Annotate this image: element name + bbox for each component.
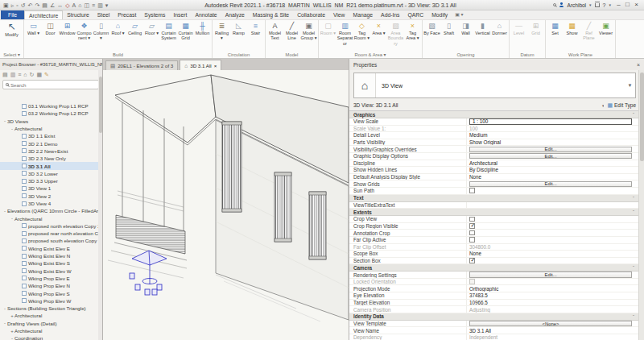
door-button[interactable]: ◫Door xyxy=(42,20,59,35)
tree-item-3d-view-2[interactable]: 3D View 2 xyxy=(0,193,98,200)
roof-button[interactable]: ⌂Roof ▾ xyxy=(109,20,126,35)
tree-category-drafting-views-detail[interactable]: -Drafting Views (Detail) xyxy=(0,320,98,327)
ribbon-tab-precast[interactable]: Precast xyxy=(114,10,140,19)
sync-icon[interactable]: ↺ xyxy=(21,2,26,9)
section-icon[interactable]: ◫ xyxy=(84,2,89,9)
model-line-button[interactable]: ╱Model Line xyxy=(283,20,300,41)
property-value[interactable] xyxy=(467,202,638,209)
view-tab-3d-3-1-all[interactable]: ⌂3D 3.1 All× xyxy=(180,60,221,70)
wall-button[interactable]: ▭Wall ▾ xyxy=(25,20,42,35)
ribbon-tab-collaborate[interactable]: Collaborate xyxy=(293,10,329,19)
stair-button[interactable]: ≡Stair xyxy=(247,20,264,35)
section-header-extents[interactable]: Extentsˆ xyxy=(349,209,638,216)
vertical-button[interactable]: ▮Vertical xyxy=(474,20,491,35)
room-separator-button[interactable]: ▥Room Separator xyxy=(336,20,353,46)
property-value[interactable]: Medium xyxy=(467,132,638,139)
by-face-button[interactable]: ▧By Face xyxy=(423,20,440,35)
tree-item-wking-exist-elev-s[interactable]: Wking Exist Elev S xyxy=(0,259,98,267)
tree-item-wking-exist-elev-w[interactable]: Wking Exist Elev W xyxy=(0,267,98,275)
project-browser-search[interactable] xyxy=(2,80,99,89)
redo-icon[interactable]: ↷ xyxy=(35,2,39,9)
ribbon-tab-structure[interactable]: Structure xyxy=(63,10,93,19)
tree-category-elevations-qarc-10mm-circle-filledarrow-detail[interactable]: -Elevations (QARC 10mm Circle - FilledAr… xyxy=(0,207,98,214)
tree-item-3d-3-1-all[interactable]: 3D 3.1 All xyxy=(0,162,98,169)
app-button-icon[interactable]: ▣ xyxy=(3,2,9,9)
ribbon-tab-view[interactable]: View xyxy=(329,10,349,19)
model-text-button[interactable]: AModel Text xyxy=(266,20,283,41)
ceiling-button[interactable]: ▱Ceiling xyxy=(126,20,143,35)
shaft-button[interactable]: ▯Shaft xyxy=(440,20,457,35)
ribbon-tab-systems[interactable]: Systems xyxy=(140,10,169,19)
tree-item-03-2-working-prop-l2-rcp[interactable]: 03.2 Working Prop L2 RCP xyxy=(0,110,98,117)
property-value[interactable]: 304800.0 xyxy=(467,244,638,251)
browser-scrollbar[interactable] xyxy=(98,70,102,340)
restore-button[interactable]: □ xyxy=(623,1,632,9)
modify-button[interactable]: ↖Modify xyxy=(1,20,23,37)
ribbon-tab-annotate[interactable]: Annotate xyxy=(191,10,221,19)
user-menu-caret-icon[interactable]: ▾ xyxy=(589,2,592,7)
section-collapse-icon[interactable]: ˆ xyxy=(633,314,634,319)
properties-scrollbar[interactable] xyxy=(638,70,644,340)
chevron-down-icon[interactable]: ▼ xyxy=(625,73,635,97)
measure-icon[interactable]: ∠ xyxy=(50,2,55,9)
mullion-button[interactable]: ╫Mullion xyxy=(194,20,211,35)
tree-category-sections-building-section-triangle[interactable]: -Sections (Building Section Triangle) xyxy=(0,305,98,312)
sun-path-checkbox[interactable] xyxy=(469,188,475,193)
close-button[interactable]: × xyxy=(632,1,641,9)
tree-item-3d-3-2-lower[interactable]: 3D 3.2 Lower xyxy=(0,170,98,177)
ribbon-tab-modify[interactable]: Modify xyxy=(427,10,452,19)
help-button[interactable]: ? xyxy=(603,2,606,8)
user-avatar-icon[interactable] xyxy=(559,2,564,7)
curtain-grid-button[interactable]: ▦Curtain Grid xyxy=(177,20,194,41)
property-value[interactable]: Independent xyxy=(467,334,638,340)
tree-item-wking-prop-elev-n[interactable]: Wking Prop Elev N xyxy=(0,282,98,289)
dormer-button[interactable]: ⌂Dormer xyxy=(491,20,508,35)
switch-windows-icon[interactable]: ▥ xyxy=(97,2,103,9)
search-input[interactable] xyxy=(10,82,96,88)
property-value[interactable]: By Discipline xyxy=(467,167,638,173)
property-value[interactable]: 37483.5 xyxy=(467,292,638,299)
curtain-system-button[interactable]: ▤Curtain System xyxy=(160,20,177,41)
set-button[interactable]: ▦Set xyxy=(547,20,564,35)
crop-region-visible-checkbox[interactable] xyxy=(469,223,475,229)
tree-item-wking-exist-elev-e[interactable]: Wking Exist Elev E xyxy=(0,245,98,252)
tag-area-button[interactable]: ×Tag Area ▾ xyxy=(404,20,421,41)
ribbon-tab-file[interactable]: File xyxy=(1,10,24,19)
property-value[interactable]: Adjusting xyxy=(467,306,638,313)
edit-type-button[interactable]: ▦ Edit Type xyxy=(607,102,636,109)
tree-category-architectural[interactable]: -Architectural xyxy=(0,214,98,222)
help-menu-caret-icon[interactable]: ▾ xyxy=(609,2,611,7)
tree-item-3d-2-2-new-exist[interactable]: 3D 2.2 New+Exist xyxy=(0,147,98,155)
edit-pencil-icon[interactable]: ✎ xyxy=(44,72,49,78)
section-box-checkbox[interactable] xyxy=(469,258,475,263)
tree-item-wking-prop-elev-w[interactable]: Wking Prop Elev W xyxy=(0,297,98,305)
tree-item-proposed-south-elevation-copy-1[interactable]: proposed south elevation Copy 1 xyxy=(0,237,98,244)
close-icon[interactable]: × xyxy=(214,63,217,68)
type-selector[interactable]: ⌂ 3D View ▼ xyxy=(353,73,636,98)
viewer-button[interactable]: ▣Viewer xyxy=(597,20,614,35)
ribbon-tab-steel[interactable]: Steel xyxy=(93,10,114,19)
tree-item-3d-2-3-new-only[interactable]: 3D 2.3 New Only xyxy=(0,155,98,162)
tree-item-3d-3-3-upper[interactable]: 3D 3.3 Upper xyxy=(0,177,98,185)
section-header-camera[interactable]: Cameraˆ xyxy=(349,264,638,272)
app-store-icon[interactable] xyxy=(595,3,600,7)
property-value[interactable]: 100 xyxy=(467,126,638,132)
ribbon-tab-massing-site[interactable]: Massing & Site xyxy=(249,10,293,19)
show-grids-button[interactable]: Edit... xyxy=(469,181,632,187)
section-collapse-icon[interactable]: ˆ xyxy=(633,209,634,214)
graphic-display-options-button[interactable]: Edit... xyxy=(469,153,632,159)
ribbon-tab-add-ins[interactable]: Add-Ins xyxy=(377,10,403,19)
aligned-dimension-icon[interactable]: ↔ xyxy=(57,2,63,9)
wall-button[interactable]: ◨Wall xyxy=(457,20,474,35)
save-icon[interactable]: ▫ xyxy=(16,2,18,9)
floor-button[interactable]: ▱Floor ▾ xyxy=(143,20,160,35)
scrollbar-thumb[interactable] xyxy=(640,73,644,161)
property-value[interactable]: 10966.5 xyxy=(467,300,638,306)
section-collapse-icon[interactable]: ˆ xyxy=(633,112,634,117)
tag-room-button[interactable]: ◇Tag Room ▾ xyxy=(353,20,370,41)
property-value[interactable]: Architectural xyxy=(467,160,638,167)
sort-icon[interactable]: ≡ xyxy=(18,72,21,77)
property-value[interactable]: Show Original xyxy=(467,139,638,146)
minimize-button[interactable]: – xyxy=(614,1,623,9)
drawing-canvas[interactable] xyxy=(103,70,349,340)
